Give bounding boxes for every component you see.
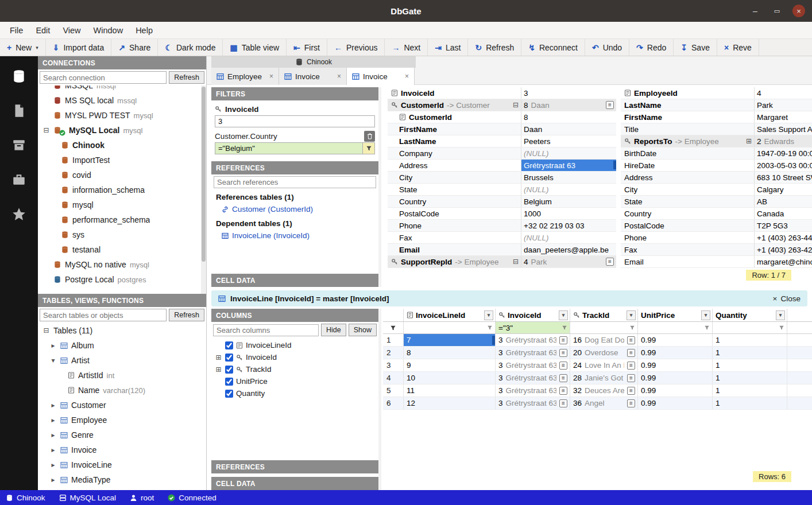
- table-item[interactable]: ▸ Invoice: [38, 442, 206, 457]
- column-menu-button[interactable]: ▾: [627, 310, 636, 320]
- collapse-icon[interactable]: ⊟: [42, 327, 50, 335]
- database-item[interactable]: Chinook: [38, 138, 206, 153]
- lookup-button[interactable]: ≡: [559, 387, 567, 395]
- form-value-cell[interactable]: 2 Edwards ≡: [754, 135, 812, 147]
- lookup-button[interactable]: ≡: [559, 336, 567, 344]
- grid-cell[interactable]: 10 ≡: [404, 372, 496, 384]
- files-nav-icon[interactable]: [11, 103, 26, 118]
- connection-item[interactable]: MS SQL local mssql: [38, 93, 206, 108]
- row-number[interactable]: 5: [383, 384, 404, 397]
- form-value-cell[interactable]: Daan ≡: [521, 123, 616, 135]
- hide-columns-button[interactable]: Hide: [321, 324, 346, 336]
- grid-cell[interactable]: 3 Grétrystraat 63 ≡: [496, 359, 570, 371]
- form-value-cell[interactable]: 4 ≡: [754, 87, 812, 99]
- next-button[interactable]: → Next: [385, 39, 428, 56]
- grid-cell[interactable]: 0.99 ≡: [638, 372, 713, 384]
- revert-button[interactable]: × Reve: [717, 39, 759, 56]
- menu-edit[interactable]: Edit: [29, 24, 56, 37]
- connections-scrollbar[interactable]: [201, 86, 206, 294]
- favorites-nav-icon[interactable]: [11, 207, 26, 222]
- first-button[interactable]: ⇤ First: [287, 39, 327, 56]
- database-item[interactable]: performance_schema: [38, 212, 206, 227]
- grid-column-header[interactable]: Quantity ▾: [713, 309, 787, 321]
- grid-cell[interactable]: 16 Dog Eat Dog ≡: [570, 334, 638, 346]
- filter-menu-button[interactable]: [776, 325, 787, 331]
- table-item[interactable]: ▸ Album: [38, 338, 206, 353]
- form-value-cell[interactable]: 2003-05-03 00:0 ≡: [754, 160, 812, 171]
- grid-cell[interactable]: 3 Grétrystraat 63 ≡: [496, 347, 570, 359]
- grid-cell[interactable]: 32 Deuces Are W ≡: [570, 384, 638, 397]
- search-connection-input[interactable]: [40, 71, 167, 84]
- form-value-cell[interactable]: 8 ≡: [521, 111, 616, 123]
- status-database[interactable]: Chinook: [6, 494, 45, 502]
- filter-menu-button[interactable]: [627, 325, 637, 331]
- close-icon[interactable]: ×: [337, 72, 341, 80]
- refresh-connections-button[interactable]: Refresh: [169, 71, 204, 84]
- form-value-cell[interactable]: Peeters ≡: [521, 135, 616, 147]
- chevron-icon[interactable]: ▸: [49, 431, 57, 439]
- column-checkbox[interactable]: [225, 341, 233, 349]
- lookup-button[interactable]: ≡: [559, 399, 567, 407]
- connection-item[interactable]: MYSL PWD TEST mysql: [38, 108, 206, 123]
- filter-menu-button[interactable]: [363, 142, 375, 154]
- grid-cell[interactable]: 0.99 ≡: [638, 397, 713, 409]
- grid-cell[interactable]: 1 ≡: [713, 397, 787, 409]
- grid-cell[interactable]: 3 Grétrystraat 63 ≡: [496, 372, 570, 384]
- connection-item[interactable]: ⊟ MySQL Local mysql: [38, 123, 206, 138]
- chevron-icon[interactable]: ▸: [49, 476, 57, 484]
- form-value-cell[interactable]: margaret@chinoo ≡: [754, 256, 812, 267]
- tab[interactable]: Invoice ×: [279, 68, 347, 85]
- lookup-button[interactable]: ≡: [559, 374, 567, 382]
- column-menu-button[interactable]: ▾: [776, 310, 785, 320]
- table-item[interactable]: ▸ MediaType: [38, 472, 206, 487]
- column-item[interactable]: ArtistId int: [38, 368, 206, 383]
- save-button[interactable]: ↧ Save: [674, 39, 717, 56]
- collapse-icon[interactable]: ⊟: [42, 126, 50, 134]
- grid-cell[interactable]: 3 Grétrystraat 63 ≡: [496, 384, 570, 397]
- form-value-cell[interactable]: (NULL) ≡: [521, 184, 616, 195]
- database-item[interactable]: testanal: [38, 242, 206, 257]
- grid-cell[interactable]: 0.99 ≡: [638, 359, 713, 371]
- filter-menu-button[interactable]: [559, 325, 570, 331]
- import-data-button[interactable]: ⇓ Import data: [46, 39, 112, 56]
- form-value-cell[interactable]: (NULL) ≡: [521, 232, 616, 243]
- table-item[interactable]: ▸ Customer: [38, 398, 206, 413]
- table-item[interactable]: ▾ Artist: [38, 353, 206, 368]
- column-toggle-item[interactable]: UnitPrice: [211, 375, 378, 387]
- grid-column-header[interactable]: TrackId ▾: [570, 309, 638, 321]
- new-button[interactable]: + New ▾: [0, 39, 46, 56]
- chevron-icon[interactable]: ▸: [49, 341, 57, 349]
- form-value-cell[interactable]: Calgary ≡: [754, 184, 812, 195]
- row-number[interactable]: 2: [383, 347, 404, 359]
- lookup-button[interactable]: ≡: [606, 258, 614, 266]
- form-value-cell[interactable]: Sales Support Age ≡: [754, 123, 812, 135]
- chevron-icon[interactable]: ▸: [49, 401, 57, 409]
- archive-nav-icon[interactable]: [11, 138, 26, 153]
- row-number[interactable]: 1: [383, 334, 404, 346]
- redo-button[interactable]: ↷ Redo: [629, 39, 674, 56]
- grid-cell[interactable]: 1 ≡: [713, 359, 787, 371]
- grid-cell[interactable]: 24 Love In An El ≡: [570, 359, 638, 371]
- grid-cell[interactable]: 36 Angel ≡: [570, 397, 638, 409]
- grid-cell[interactable]: 0.99 ≡: [638, 347, 713, 359]
- grid-cell[interactable]: 1 ≡: [713, 334, 787, 346]
- form-value-cell[interactable]: T2P 5G3 ≡: [754, 220, 812, 231]
- column-checkbox[interactable]: [225, 378, 233, 386]
- refresh-button[interactable]: ↻ Refresh: [468, 39, 521, 56]
- table-view-button[interactable]: ▦ Table view: [223, 39, 287, 56]
- database-item[interactable]: covid: [38, 168, 206, 182]
- expand-toggle-icon[interactable]: ⊞: [746, 137, 752, 145]
- tab[interactable]: Employee ×: [211, 68, 279, 85]
- form-value-cell[interactable]: 683 10 Street SW ≡: [754, 172, 812, 183]
- column-checkbox[interactable]: [225, 354, 233, 362]
- database-item[interactable]: sys: [38, 227, 206, 242]
- close-icon[interactable]: ×: [405, 72, 409, 80]
- connections-nav-icon[interactable]: [11, 69, 26, 84]
- close-icon[interactable]: ×: [269, 72, 273, 80]
- grid-cell[interactable]: 0.99 ≡: [638, 384, 713, 397]
- column-filter-input[interactable]: ="3": [498, 324, 559, 332]
- filter-value-input[interactable]: [215, 115, 375, 127]
- grid-cell[interactable]: 7 ≡: [404, 334, 496, 346]
- chevron-icon[interactable]: ▸: [49, 446, 57, 454]
- grid-cell[interactable]: 20 Overdose ≡: [570, 347, 638, 359]
